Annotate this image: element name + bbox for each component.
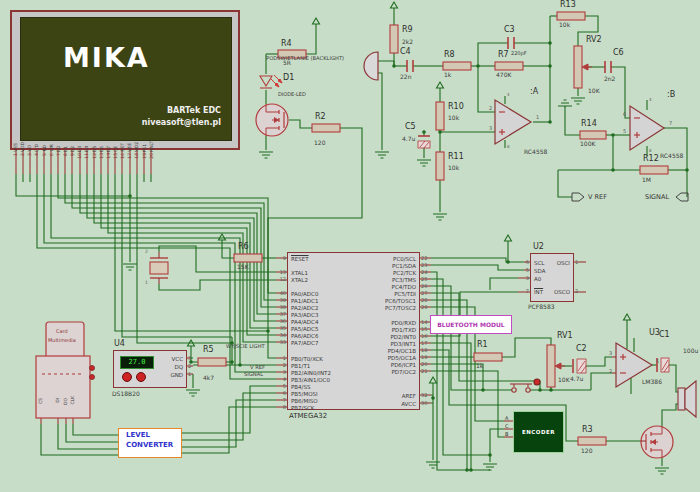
lcd-pin[interactable]: HALT 20 (148, 126, 155, 176)
u4-pin[interactable]: 3 VCC (114, 355, 186, 363)
mcu-pin[interactable]: 25 PC3/TMS (288, 277, 419, 284)
r3-val: 120 (581, 447, 592, 454)
level-converter-label-1: LEVEL (126, 431, 181, 439)
lcd-pin[interactable]: VEE 17 (126, 126, 133, 176)
card-pin-clk: CLK (70, 396, 75, 405)
mcu-pin[interactable]: 30 AVCC (288, 400, 419, 408)
c1-ref: C1 (659, 330, 670, 339)
rv1-val: 10K (558, 376, 570, 383)
c3-val: 220pF (511, 50, 527, 56)
c5-val: 4.7u (402, 135, 415, 142)
lcd-pin[interactable]: RST 16 (119, 126, 126, 176)
opamp-b-pin-minus: 6 (623, 111, 626, 117)
speaker-icon[interactable] (678, 381, 696, 417)
u4-pin[interactable]: 2 DQ (114, 363, 186, 371)
u2-pin[interactable]: 5 SDA (531, 267, 573, 275)
lcd-pin[interactable]: D2 9 (69, 126, 76, 176)
vref-terminal-icon (572, 193, 584, 201)
lcd-pin[interactable]: D6 13 (98, 126, 105, 176)
card-pin-cs: CS (38, 398, 43, 404)
mcu-pin[interactable]: 17 PD3/INT1 (288, 341, 419, 348)
mcu-pin[interactable]: 14 PD0/RXD (288, 320, 419, 327)
r10-ref: R10 (448, 102, 464, 111)
bluetooth-module-box[interactable]: BLUETOOTH MODUL (430, 315, 512, 334)
lcd-pin[interactable]: D3 10 (76, 126, 83, 176)
lcd-pin[interactable]: D4 11 (83, 126, 90, 176)
rv2-val: 10K (588, 87, 600, 94)
lcd-pin[interactable]: D0 7 (55, 126, 62, 176)
mosfet-backlight[interactable] (256, 104, 288, 136)
card-title-2: Multimedia (48, 337, 76, 343)
r14-val: 100K (580, 140, 595, 147)
lcd-pin[interactable]: FS1 19 (141, 126, 148, 176)
u2-pin-osco[interactable]: 2 OSCO (531, 288, 573, 296)
opamp-b[interactable] (630, 106, 664, 150)
r13-val: 10k (559, 21, 570, 28)
mcu-pin[interactable]: 5 PB4/SS (288, 384, 419, 391)
mcu-pin[interactable]: 23 PC1/SDA (288, 263, 419, 270)
crystal-icon[interactable] (150, 252, 168, 284)
lcd-screen: MIKA BARTek EDC niveasoft@tlen.pl (20, 17, 232, 141)
opamp-a-pin-top: 4 (507, 92, 510, 97)
signal-wire-label: SIGNAL (244, 371, 263, 377)
lcd-pin[interactable]: RD 5 (41, 126, 48, 176)
u3-part: LM386 (642, 378, 662, 385)
encoder-pin-c: C (505, 423, 509, 429)
mcu-pin[interactable]: 37 PA3/ADC3 (288, 312, 419, 319)
lcd-pin[interactable]: VO 3 (26, 126, 33, 176)
lcd-pin[interactable]: C/D 4 (33, 126, 40, 176)
mcu-pin[interactable]: 29 PC7/TOSC2 (288, 305, 419, 312)
mosfet-output[interactable] (640, 426, 673, 458)
r14-ref: R14 (581, 119, 597, 128)
mcu-pin[interactable]: 22 PC0/SCL (288, 256, 419, 263)
c4-val: 22n (400, 73, 411, 80)
mcu-pin[interactable]: 24 PC2/TCK (288, 270, 419, 277)
mcu-pin[interactable]: 21 PD7/OC2 (288, 369, 419, 376)
r5-ref: R5 (203, 345, 214, 354)
mcu-label: ATMEGA32 (289, 412, 327, 420)
lcd-pin[interactable]: VSS 1 (12, 126, 19, 176)
lcd-pin[interactable]: D7 14 (105, 126, 112, 176)
opamp-a-part: RC4558 (524, 148, 547, 155)
lcd-pin[interactable]: D5 12 (91, 126, 98, 176)
vref-wire-label: V REF (250, 364, 265, 370)
card-pin-do: DO (63, 398, 68, 405)
opamp-a[interactable] (495, 100, 531, 144)
r6-val: 15K (237, 263, 249, 270)
mcu-pin[interactable]: 27 PC5/TDI (288, 291, 419, 298)
mcu-pin[interactable]: 26 PC4/TDO (288, 284, 419, 291)
microphone-icon[interactable] (364, 52, 378, 80)
r11-val: 10k (448, 164, 459, 171)
encoder-box[interactable]: ENCODER (513, 411, 564, 453)
u4-body[interactable]: 27.0 3 VCC 2 DQ 1 GND (113, 350, 187, 388)
lcd-pin[interactable]: D1 8 (62, 126, 69, 176)
r7-ref: R7 (498, 50, 509, 59)
mcu-pin[interactable]: 16 PD2/INT0 (288, 334, 419, 341)
mcu-pin[interactable]: 19 PD5/OC1A (288, 355, 419, 362)
mcu-pin[interactable]: 32 AREF (288, 392, 419, 400)
mcu-body[interactable]: 9 RESET 13 XTAL1 12 XTAL2 40 PA0/ADC0 39… (287, 252, 420, 410)
opamp-b-part: RC4558 (660, 152, 683, 159)
r10-val: 10k (448, 114, 459, 121)
lcd-pin[interactable]: MD2 18 (133, 126, 140, 176)
mcu-pin[interactable]: 4 PB3/AIN1/OC0 (288, 377, 419, 384)
u2-body[interactable]: 6 SCL 5 SDA 3 A0 7 INT 1 OSCI 2 OSCO (530, 253, 574, 302)
mcu-pin[interactable]: 18 PD4/OC1B (288, 348, 419, 355)
xtal-pin-bottom: 1 (145, 280, 148, 285)
lcd-pin[interactable]: WR 6 (48, 126, 55, 176)
mcu-pin[interactable]: 15 PD1/TXD (288, 327, 419, 334)
u4-pin[interactable]: 1 GND (114, 371, 186, 379)
potentiometer-wipers[interactable] (555, 64, 592, 369)
card-title-1: Card (56, 328, 68, 334)
mcu-pin[interactable]: 20 PD6/ICP1 (288, 362, 419, 369)
u2-pin[interactable]: 3 A0 (531, 275, 573, 283)
level-converter-box[interactable]: LEVEL CONVERTER (118, 428, 182, 458)
rv2-ref: RV2 (586, 35, 602, 44)
lcd-pin[interactable]: VDD 2 (19, 126, 26, 176)
led-d1[interactable] (260, 75, 282, 88)
mcu-pin[interactable]: 28 PC6/TOSC1 (288, 298, 419, 305)
r6-ref: R6 (238, 242, 249, 251)
opamp-a-pin-plus: 3 (489, 125, 492, 131)
lcd-pin[interactable]: CE 15 (112, 126, 119, 176)
u2-pin-osci[interactable]: 1 OSCI (531, 259, 573, 267)
